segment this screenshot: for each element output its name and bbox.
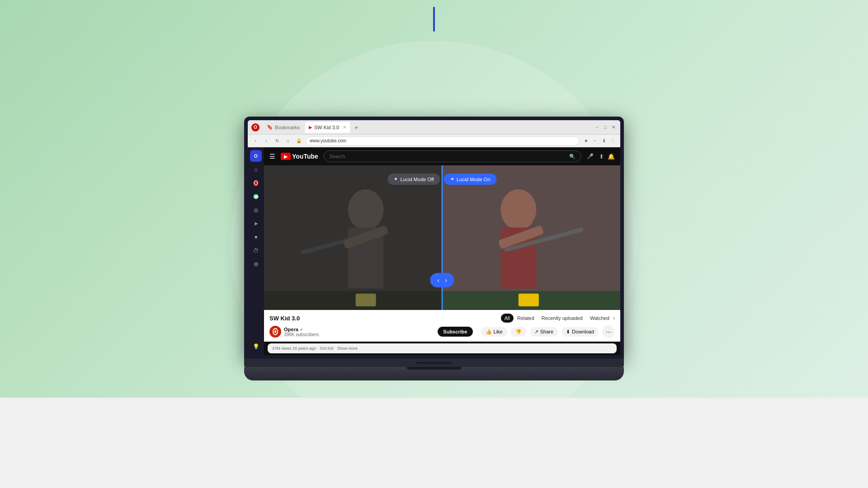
video-info-panel: SW Kid 3.0 All Related Recently uploaded… <box>264 310 620 342</box>
tab-arrow-right[interactable]: › <box>613 315 615 321</box>
video-stats: 37M views 15 years ago 319 Kid Show more <box>272 346 612 351</box>
like-icon: 👍 <box>486 329 492 335</box>
channel-avatar <box>269 326 281 338</box>
laptop-base-notch <box>407 367 461 370</box>
youtube-menu-icon[interactable]: ☰ <box>269 153 275 160</box>
share-label: Share <box>540 329 553 334</box>
tab-sw-kid[interactable]: ▶ SW Kid 3.0 ✕ <box>305 122 350 133</box>
search-placeholder: Search <box>330 154 345 159</box>
video-description: 37M views 15 years ago 319 Kid Show more <box>268 343 617 353</box>
more-actions-button[interactable]: ··· <box>602 325 615 338</box>
browser-titlebar: O 🔖 Bookmarks ▶ SW Kid 3.0 ✕ + − <box>248 120 620 135</box>
tab-close-icon[interactable]: ✕ <box>343 125 346 130</box>
video-split: ✦ Lucid Mode Off ✦ Lucid Mode On <box>264 165 620 310</box>
lucid-mode-buttons: ✦ Lucid Mode Off ✦ Lucid Mode On <box>387 174 496 185</box>
lucid-sparkle-on-icon: ✦ <box>450 176 454 182</box>
sidebar-icon-opera[interactable]: O <box>250 150 262 162</box>
tab-related[interactable]: Related <box>514 314 538 323</box>
channel-row: Opera ✓ 398K subscribers Subscribe 👍 Lik… <box>269 325 615 338</box>
search-icon: 🔍 <box>569 154 576 160</box>
video-actions: 👍 Like 👎 ↗ Share <box>481 325 615 338</box>
youtube-logo-text: YouTube <box>292 153 318 160</box>
show-more-button[interactable]: Show more <box>337 346 358 351</box>
split-divider[interactable] <box>442 165 443 310</box>
channel-info: Opera ✓ 398K subscribers <box>284 327 435 337</box>
security-icon: 🔒 <box>295 137 303 145</box>
new-tab-button[interactable]: + <box>352 123 361 132</box>
forward-button[interactable]: › <box>262 137 270 145</box>
share-icon: ↗ <box>534 329 538 335</box>
svg-point-24 <box>274 330 276 333</box>
split-right-arrow[interactable]: › <box>445 277 447 284</box>
laptop-device: O 🔖 Bookmarks ▶ SW Kid 3.0 ✕ + − <box>244 117 624 380</box>
youtube-mic-icon[interactable]: 🎤 <box>587 153 594 160</box>
download-icon: ⬇ <box>566 329 570 335</box>
browser-controls: O <box>251 123 259 131</box>
reload-button[interactable]: ↻ <box>273 137 281 145</box>
split-drag-handle[interactable]: ‹ › <box>430 273 454 287</box>
browser-content: O ⌂ 💬 ◎ ➤ ♥ ⏱ ⚙ 💡 <box>248 147 620 355</box>
sidebar-icon-settings[interactable]: ⚙ <box>250 258 262 270</box>
opera-browser-icon: O <box>251 123 259 131</box>
laptop-hinge-detail <box>416 362 452 364</box>
sidebar-icon-home[interactable]: ⌂ <box>250 164 262 175</box>
svg-rect-21 <box>519 294 539 306</box>
split-left-arrow[interactable]: ‹ <box>437 277 439 284</box>
youtube-header: ☰ ▶ YouTube Search 🔍 🎤 ⬆ 🔔 <box>264 147 620 165</box>
tags: 319 Kid <box>320 346 334 351</box>
share-button[interactable]: ↗ Share <box>530 327 558 337</box>
view-count: 37M views 15 years ago <box>272 346 316 351</box>
tab-bookmarks-label: Bookmarks <box>275 125 300 130</box>
like-button[interactable]: 👍 Like <box>481 327 507 337</box>
bookmark-favicon: 🔖 <box>267 124 273 130</box>
toolbar-icons: ★ − ⬇ ⋮ <box>582 137 617 145</box>
youtube-logo[interactable]: ▶ YouTube <box>281 153 318 160</box>
svg-rect-12 <box>264 291 442 310</box>
tab-recently-uploaded[interactable]: Recently uploaded <box>538 314 586 323</box>
downloads-icon[interactable]: ⬇ <box>600 137 608 145</box>
window-controls: − □ ✕ <box>594 124 617 131</box>
dislike-button[interactable]: 👎 <box>511 327 526 337</box>
sidebar-icon-whatsapp[interactable]: 💬 <box>250 191 262 202</box>
tab-all[interactable]: All <box>501 314 514 323</box>
minimize-icon[interactable]: − <box>591 137 599 145</box>
sidebar-icon-send[interactable]: ➤ <box>250 218 262 230</box>
opera-sidebar: O ⌂ 💬 ◎ ➤ ♥ ⏱ ⚙ 💡 <box>248 147 264 355</box>
youtube-favicon: ▶ <box>309 125 312 130</box>
home-button[interactable]: ⌂ <box>284 137 292 145</box>
video-title: SW Kid 3.0 <box>269 315 300 322</box>
video-title-row: SW Kid 3.0 All Related Recently uploaded… <box>269 314 615 323</box>
tab-bar: 🔖 Bookmarks ▶ SW Kid 3.0 ✕ + <box>263 122 594 133</box>
download-button[interactable]: ⬇ Download <box>561 327 599 337</box>
cursor-indicator <box>433 7 435 32</box>
sidebar-icon-eye[interactable]: ◎ <box>250 204 262 216</box>
lucid-sparkle-off-icon: ✦ <box>394 176 398 182</box>
verified-icon: ✓ <box>300 328 303 332</box>
sidebar-icon-heart[interactable]: ♥ <box>250 231 262 243</box>
tab-bookmarks[interactable]: 🔖 Bookmarks <box>263 122 303 133</box>
bookmark-icon[interactable]: ★ <box>582 137 590 145</box>
url-text: www.youtube.com <box>310 138 346 143</box>
youtube-header-right: ⬆ 🔔 <box>599 153 615 160</box>
lucid-mode-on-label: Lucid Mode On <box>457 177 491 182</box>
extensions-icon[interactable]: ⋮ <box>609 137 617 145</box>
sidebar-icon-opera-red[interactable] <box>250 177 262 189</box>
sidebar-icon-lightbulb[interactable]: 💡 <box>250 341 262 352</box>
lucid-mode-on-button[interactable]: ✦ Lucid Mode On <box>444 174 497 185</box>
tab-watched[interactable]: Watched <box>586 314 613 323</box>
upload-icon[interactable]: ⬆ <box>599 153 604 160</box>
minimize-button[interactable]: − <box>594 124 600 131</box>
channel-subscribers: 398K subscribers <box>284 332 435 337</box>
url-input[interactable]: www.youtube.com <box>306 136 580 145</box>
video-player[interactable]: ✦ Lucid Mode Off ✦ Lucid Mode On <box>264 165 620 310</box>
sidebar-icon-history[interactable]: ⏱ <box>250 245 262 257</box>
maximize-button[interactable]: □ <box>602 124 609 131</box>
notifications-icon[interactable]: 🔔 <box>608 153 615 160</box>
lucid-mode-off-label: Lucid Mode Off <box>400 177 434 182</box>
youtube-search-bar[interactable]: Search 🔍 <box>324 150 581 162</box>
svg-rect-13 <box>356 294 376 306</box>
close-button[interactable]: ✕ <box>610 124 617 131</box>
subscribe-button[interactable]: Subscribe <box>438 327 472 337</box>
lucid-mode-off-button[interactable]: ✦ Lucid Mode Off <box>387 174 440 185</box>
back-button[interactable]: ‹ <box>251 137 259 145</box>
